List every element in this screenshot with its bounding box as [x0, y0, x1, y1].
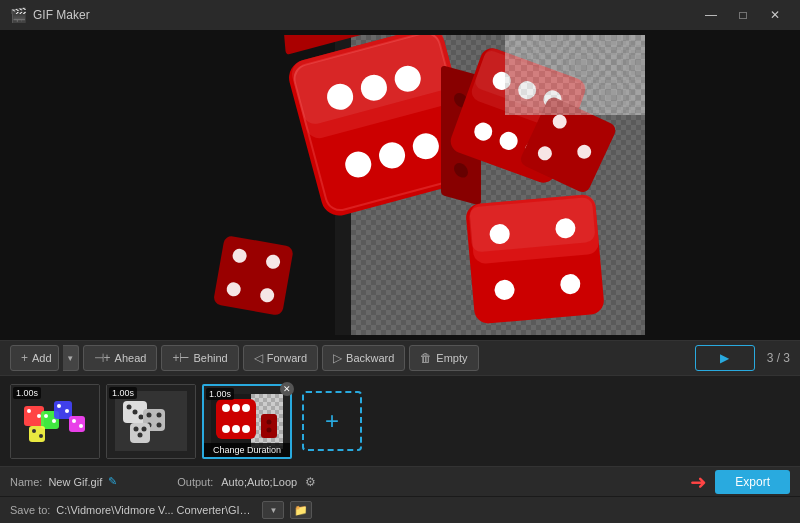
svg-rect-62	[29, 426, 45, 442]
svg-point-55	[52, 419, 56, 423]
svg-point-90	[232, 425, 240, 433]
trash-icon: 🗑	[420, 351, 432, 365]
preview-area	[0, 30, 800, 340]
svg-point-72	[157, 413, 162, 418]
frame-close-button[interactable]: ✕	[280, 382, 294, 396]
svg-rect-59	[69, 416, 85, 432]
svg-point-94	[267, 427, 272, 432]
saveto-bar: Save to: C:\Vidmore\Vidmore V... Convert…	[0, 496, 800, 523]
name-value: New Gif.gif	[48, 476, 102, 488]
saveto-dropdown-button[interactable]: ▼	[262, 501, 284, 519]
output-label: Output:	[177, 476, 213, 488]
empty-button[interactable]: 🗑 Empty	[409, 345, 478, 371]
add-frame-button[interactable]: +	[302, 391, 362, 451]
dice-svg	[155, 35, 645, 335]
svg-point-86	[222, 404, 230, 412]
svg-point-60	[72, 419, 76, 423]
empty-label: Empty	[436, 352, 467, 364]
backward-button[interactable]: ▷ Backward	[322, 345, 405, 371]
svg-point-54	[44, 414, 48, 418]
behind-icon: +⊢	[172, 351, 189, 365]
backward-icon: ▷	[333, 351, 342, 365]
frame-item-selected[interactable]: 1.00s ✕	[202, 384, 292, 459]
dice-preview	[155, 35, 645, 335]
frame-duration: 1.00s	[206, 388, 234, 400]
svg-point-88	[242, 404, 250, 412]
svg-rect-56	[54, 401, 72, 419]
svg-point-52	[37, 414, 41, 418]
name-label: Name:	[10, 476, 42, 488]
svg-point-91	[242, 425, 250, 433]
close-button[interactable]: ✕	[760, 4, 790, 26]
saveto-folder-button[interactable]: 📁	[290, 501, 312, 519]
frame-counter: 3 / 3	[767, 351, 790, 365]
app-title: GIF Maker	[33, 8, 696, 22]
saveto-label: Save to:	[10, 504, 50, 516]
add-label: Add	[32, 352, 52, 364]
svg-point-68	[133, 410, 138, 415]
frame-item[interactable]: 1.00s	[10, 384, 100, 459]
output-value: Auto;Auto;Loop	[221, 476, 297, 488]
svg-rect-35	[213, 235, 294, 316]
change-duration-label[interactable]: Change Duration	[204, 443, 290, 457]
svg-point-61	[79, 424, 83, 428]
add-dropdown-arrow[interactable]: ▼	[63, 345, 79, 371]
minimize-button[interactable]: —	[696, 4, 726, 26]
ahead-label: Ahead	[115, 352, 147, 364]
ahead-icon: ⊣+	[94, 351, 111, 365]
forward-label: Forward	[267, 352, 307, 364]
svg-point-51	[27, 409, 31, 413]
frame-item[interactable]: 1.00s	[106, 384, 196, 459]
frame-duration: 1.00s	[13, 387, 41, 399]
output-section: Output: Auto;Auto;Loop ⚙	[177, 475, 316, 489]
forward-icon: ◁	[254, 351, 263, 365]
svg-point-87	[232, 404, 240, 412]
saveto-path: C:\Vidmore\Vidmore V... Converter\GIF Ma…	[56, 504, 256, 516]
preview-canvas	[155, 35, 645, 335]
arrow-indicator: ➜	[690, 470, 707, 494]
svg-point-77	[142, 427, 147, 432]
toolbar: + Add ▼ ⊣+ Ahead +⊢ Behind ◁ Forward ▷ B…	[0, 340, 800, 376]
plus-icon: +	[21, 351, 28, 365]
behind-label: Behind	[193, 352, 227, 364]
svg-point-89	[222, 425, 230, 433]
svg-point-74	[157, 423, 162, 428]
svg-point-69	[139, 415, 144, 420]
svg-rect-92	[261, 414, 277, 438]
svg-point-57	[57, 404, 61, 408]
name-edit-button[interactable]: ✎	[108, 475, 117, 488]
name-section: Name: New Gif.gif ✎	[10, 475, 117, 488]
forward-button[interactable]: ◁ Forward	[243, 345, 318, 371]
ahead-button[interactable]: ⊣+ Ahead	[83, 345, 158, 371]
behind-button[interactable]: +⊢ Behind	[161, 345, 238, 371]
app-icon: 🎬	[10, 7, 27, 23]
svg-point-76	[134, 427, 139, 432]
statusbar: Name: New Gif.gif ✎ Output: Auto;Auto;Lo…	[0, 466, 800, 496]
svg-point-93	[267, 419, 272, 424]
svg-point-78	[138, 433, 143, 438]
add-button[interactable]: + Add	[10, 345, 59, 371]
frame-duration: 1.00s	[109, 387, 137, 399]
svg-point-58	[65, 409, 69, 413]
play-icon: ▶	[720, 351, 729, 365]
svg-point-67	[127, 405, 132, 410]
output-settings-button[interactable]: ⚙	[305, 475, 316, 489]
svg-point-64	[39, 434, 43, 438]
window-controls: — □ ✕	[696, 4, 790, 26]
svg-point-71	[147, 413, 152, 418]
export-button[interactable]: Export	[715, 470, 790, 494]
arrow-icon: ➜	[690, 470, 707, 494]
maximize-button[interactable]: □	[728, 4, 758, 26]
svg-point-63	[32, 429, 36, 433]
play-button[interactable]: ▶	[695, 345, 755, 371]
titlebar: 🎬 GIF Maker — □ ✕	[0, 0, 800, 30]
frames-strip: 1.00s 1.0	[0, 376, 800, 466]
backward-label: Backward	[346, 352, 394, 364]
svg-rect-44	[505, 35, 645, 115]
